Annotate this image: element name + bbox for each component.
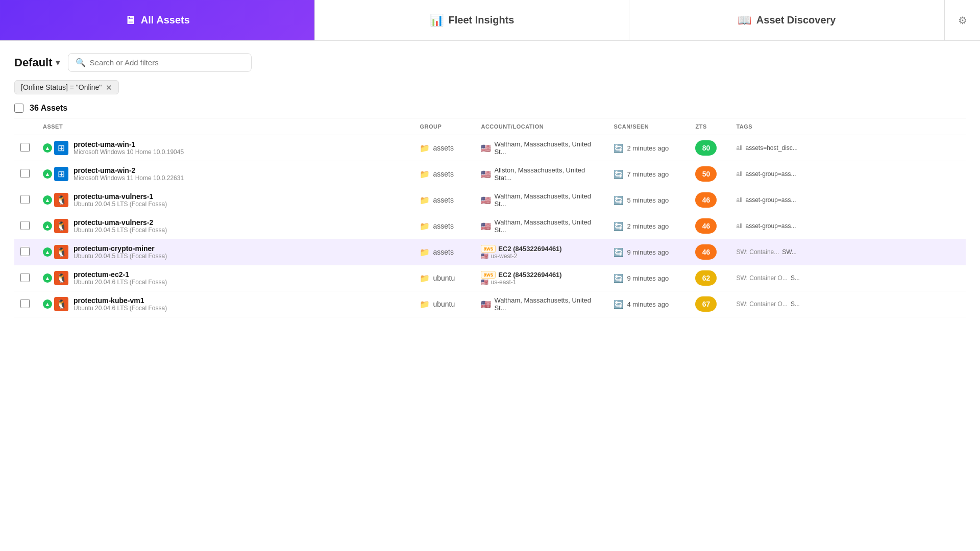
location-col-cell: 🇺🇸 Allston, Massachusetts, United Stat..… [475,161,607,187]
default-dropdown-button[interactable]: Default ▾ [14,56,60,69]
tag-value: asset-group=ass... [745,196,796,204]
location-col-cell: aws EC2 (845322694461) 🇺🇸 us-west-2 [475,239,607,265]
asset-count-row: 36 Assets [14,104,966,113]
zts-cell: 80 [689,135,730,161]
select-all-checkbox[interactable] [14,104,23,113]
scan-cell: 🔄 2 minutes ago [607,213,689,239]
asset-name: protectum-kube-vm1 [74,296,167,305]
zts-badge: 80 [695,140,717,156]
tags-prefix: SW: Container O... [736,300,787,308]
tags-cell: all asset-group=ass... [730,213,966,239]
tab-fleet-insights-label: Fleet Insights [449,14,514,26]
settings-button[interactable]: ⚙ [944,0,980,40]
ec2-location: aws EC2 (845322694461) 🇺🇸 us-west-2 [481,245,601,260]
tab-all-assets[interactable]: 🖥 All Assets [0,0,315,40]
row-checkbox-5[interactable] [20,273,30,282]
row-checkbox-1[interactable] [20,169,30,178]
row-checkbox-2[interactable] [20,195,30,204]
asset-name: protect-uma-win-2 [74,166,184,174]
scan-cell: 🔄 4 minutes ago [607,291,689,317]
row-check-cell [14,213,37,239]
tag-value: SW... [782,248,797,256]
group-cell: 📁 assets [413,187,475,213]
scan-cell: 🔄 2 minutes ago [607,135,689,161]
asset-cell: ▲ 🐧 protectu-uma-vulners-1 Ubuntu 20.04.… [37,187,413,213]
clock-icon: 🔄 [614,143,624,153]
search-icon: 🔍 [76,58,86,67]
location-cell: 🇺🇸 Waltham, Massachusetts, United St... [481,140,601,156]
folder-icon: 📁 [420,299,430,309]
tags-cell: all asset-group=ass... [730,187,966,213]
asset-info: protectu-uma-vulners-2 Ubuntu 20.04.5 LT… [74,218,167,234]
active-filter-tag: [Online Status] = "Online" ✕ [14,80,119,94]
asset-cell: ▲ 🐧 protectum-ec2-1 Ubuntu 20.04.6 LTS (… [37,265,413,291]
row-check-cell [14,161,37,187]
asset-sub: Ubuntu 20.04.6 LTS (Focal Fossa) [74,305,167,312]
scan-time: 2 minutes ago [627,144,669,152]
row-checkbox-6[interactable] [20,299,30,308]
flag-icon: 🇺🇸 [481,143,491,153]
location-text: Allston, Massachusetts, United Stat... [494,166,601,182]
zts-cell: 62 [689,265,730,291]
table-row: ▲ ⊞ protect-uma-win-2 Microsoft Windows … [14,161,966,187]
col-header-scan: SCAN/SEEN [607,118,689,135]
scan-time: 9 minutes ago [627,274,669,282]
status-online-icon: ▲ [43,247,52,257]
scan-cell: 🔄 9 minutes ago [607,239,689,265]
table-row: ▲ 🐧 protectum-crypto-miner Ubuntu 20.04.… [14,239,966,265]
location-text: Waltham, Massachusetts, United St... [494,192,601,208]
os-icon-ubuntu: 🐧 [54,297,68,311]
asset-icons: ▲ 🐧 [43,297,68,311]
asset-icons: ▲ ⊞ [43,167,68,181]
asset-cell: ▲ 🐧 protectum-crypto-miner Ubuntu 20.04.… [37,239,413,265]
flag-icon: 🇺🇸 [481,253,488,260]
search-input[interactable] [90,58,244,67]
asset-info: protectu-uma-vulners-1 Ubuntu 20.04.5 LT… [74,192,167,208]
row-checkbox-3[interactable] [20,221,30,230]
location-col-cell: 🇺🇸 Waltham, Massachusetts, United St... [475,187,607,213]
location-text: Waltham, Massachusetts, United St... [494,218,601,234]
main-content: Default ▾ 🔍 [Online Status] = "Online" ✕… [0,41,980,551]
asset-name: protectu-uma-vulners-2 [74,218,167,227]
tags-prefix: all [736,144,742,152]
asset-sub: Ubuntu 20.04.5 LTS (Focal Fossa) [74,253,167,260]
flag-icon: 🇺🇸 [481,195,491,205]
location-col-cell: 🇺🇸 Waltham, Massachusetts, United St... [475,213,607,239]
asset-sub: Ubuntu 20.04.5 LTS (Focal Fossa) [74,201,167,208]
scan-time: 5 minutes ago [627,196,669,204]
tab-fleet-insights[interactable]: 📊 Fleet Insights [315,0,630,40]
remove-filter-button[interactable]: ✕ [106,84,112,91]
tags-cell: SW: Container O... S... [730,291,966,317]
ec2-name: EC2 (845322694461) [498,245,561,253]
tags-prefix: all [736,196,742,204]
ec2-title: aws EC2 (845322694461) [481,245,601,253]
tab-asset-discovery[interactable]: 📖 Asset Discovery [629,0,944,40]
status-online-icon: ▲ [43,143,52,153]
table-row: ▲ ⊞ protect-uma-win-1 Microsoft Windows … [14,135,966,161]
asset-icons: ▲ 🐧 [43,245,68,259]
row-checkbox-0[interactable] [20,143,30,152]
tags-prefix: all [736,222,742,230]
asset-sub: Ubuntu 20.04.5 LTS (Focal Fossa) [74,227,167,234]
search-box[interactable]: 🔍 [68,53,252,72]
asset-sub: Microsoft Windows 11 Home 10.0.22631 [74,174,184,182]
zts-cell: 46 [689,239,730,265]
os-icon-ubuntu: 🐧 [54,245,68,259]
group-name: assets [433,248,453,256]
tags-cell: all asset-group=ass... [730,161,966,187]
tag-value: assets=host_disc... [745,144,797,152]
row-check-cell [14,187,37,213]
location-cell: 🇺🇸 Waltham, Massachusetts, United St... [481,218,601,234]
location-cell: 🇺🇸 Allston, Massachusetts, United Stat..… [481,166,601,182]
asset-icons: ▲ 🐧 [43,219,68,233]
scan-time: 4 minutes ago [627,300,669,308]
book-icon: 📖 [738,14,751,27]
row-checkbox-4[interactable] [20,247,30,256]
folder-icon: 📁 [420,273,430,283]
tags-prefix: SW: Containe... [736,248,779,256]
scan-time: 9 minutes ago [627,248,669,256]
zts-badge: 67 [695,296,717,312]
tag-value: S... [791,300,800,308]
group-name: ubuntu [433,274,455,282]
tab-asset-discovery-label: Asset Discovery [756,14,836,26]
